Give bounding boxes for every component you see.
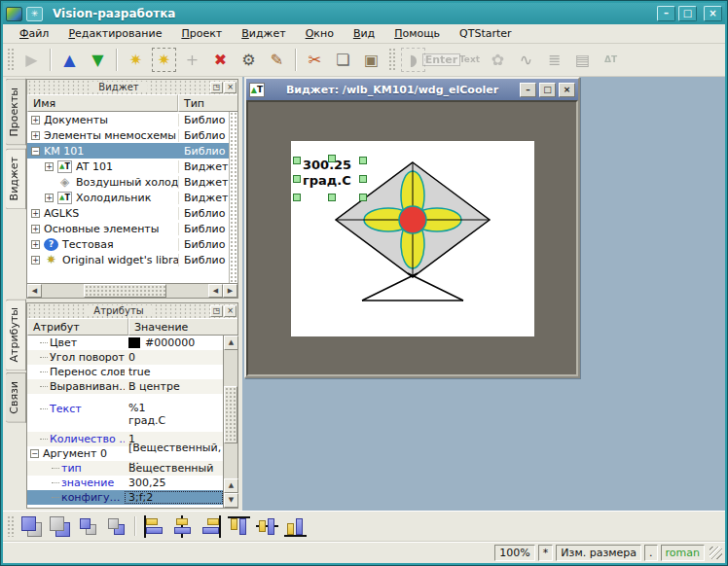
titlebar[interactable]: ✳ Vision-разработка – □ × [3,3,725,24]
paste-button[interactable]: ▣ [358,47,384,73]
attribute-value[interactable]: 3;f;2 [125,491,223,504]
column-type[interactable]: Тип [178,94,237,112]
menu-window[interactable]: Окно [297,25,343,42]
menu-project[interactable]: Проект [172,25,231,42]
attribute-value[interactable]: #000000 [125,336,223,349]
tab-widget[interactable]: Виджет [6,148,26,209]
attribute-row[interactable]: конфигу…3;f;2 [27,490,223,505]
attribute-value[interactable]: true [125,366,223,378]
widget-editor-titlebar[interactable]: ▲T Виджет: /wlb_KM101/wdg_elCooler – □ × [246,79,578,100]
delete-widget-button[interactable]: ✖ [207,47,234,73]
scroll-up-icon[interactable]: ▲ [224,336,238,350]
lower-to-bottom-button[interactable] [47,513,73,540]
column-value[interactable]: Значение [128,318,237,336]
lower-button[interactable] [103,513,129,540]
scroll-up-icon[interactable]: ▲ [224,478,238,493]
widget-canvas[interactable]: 300.25 град.C [291,141,534,336]
expand-icon[interactable]: + [31,116,40,124]
close-icon[interactable]: × [224,305,237,317]
menu-help[interactable]: Помощь [385,25,449,42]
scroll-down-icon[interactable]: ▼ [224,493,238,508]
menu-qtstarter[interactable]: QTStarter [451,25,521,42]
copy-button[interactable]: ❏ [330,47,356,73]
close-icon[interactable]: × [224,82,237,93]
align-top-button[interactable] [226,513,252,540]
align-left-button[interactable] [141,513,167,540]
raise-to-top-button[interactable] [18,513,45,540]
expand-icon[interactable]: + [45,162,54,171]
attribute-row[interactable]: Перенос словtrue [27,365,223,379]
align-bottom-button[interactable] [282,513,309,540]
load-from-db-button[interactable]: ▲ [56,47,83,73]
scroll-left-icon[interactable]: ◀ [27,284,42,298]
attribute-value[interactable]: Вещественный [125,462,223,475]
tree-row[interactable]: +Основные элементыБиблио [27,221,229,236]
selection-handle[interactable] [328,155,336,162]
expand-icon[interactable]: + [31,209,40,218]
attribute-value[interactable]: %1 град.C [125,402,223,427]
tree-row[interactable]: +Элементы мнемосхемыБиблио [27,127,229,143]
tree-row[interactable]: +?ТестоваяБиблио [27,236,229,252]
selection-handle[interactable] [328,194,336,201]
attribute-value[interactable]: В центре [125,380,223,393]
attribute-value[interactable]: 300,25 [125,477,223,489]
widget-tree-vscrollbar[interactable] [229,112,237,283]
align-hcenter-button[interactable] [169,513,196,540]
selection-handle[interactable] [359,194,367,201]
tree-row[interactable]: +✷Original widget's libraryБиблио [27,252,229,267]
tab-links[interactable]: Связи [6,372,26,423]
tree-row[interactable]: −KM 101Библио [27,143,229,159]
attribute-row[interactable]: типВещественный [27,461,223,476]
scroll-left-icon[interactable]: ◀ [208,284,223,298]
selection-handle[interactable] [359,157,367,164]
expand-icon[interactable]: + [31,225,40,233]
expand-icon[interactable]: + [45,194,54,202]
align-vcenter-button[interactable] [254,513,280,540]
attribute-row[interactable]: Цвет#000000 [27,336,223,350]
attribute-row[interactable]: Текст%1 град.C [27,402,223,429]
new-library-button[interactable]: ✷ [123,47,149,73]
menu-edit[interactable]: Редактирование [59,25,170,42]
cut-button[interactable]: ✂ [302,47,328,73]
attribute-row[interactable]: значение300,25 [27,476,223,490]
widget-edit-button[interactable]: ✎ [264,47,290,73]
tree-row[interactable]: +▲TХолодильникВиджет [27,190,229,205]
menu-widget[interactable]: Виджет [233,25,294,42]
attribute-row[interactable]: Угол поворота0 [27,350,223,365]
tree-row[interactable]: +◈Воздушный холодил…Виджет [27,174,229,190]
close-button[interactable]: × [704,6,722,21]
attribute-row[interactable]: Выравниван…В центре [27,379,223,394]
collapse-icon[interactable]: − [30,449,39,458]
tab-attributes[interactable]: Атрибуты [6,299,26,371]
hscroll-thumb[interactable] [84,284,167,298]
column-name[interactable]: Имя [27,94,178,112]
new-widget-button[interactable]: ✷ [151,47,177,73]
widget-properties-button[interactable]: ⚙ [236,47,262,73]
attribute-value[interactable]: 0 [125,351,223,364]
column-attribute[interactable]: Атрибут [27,318,128,336]
widget-panel-header[interactable]: Виджет ◳ × [27,80,237,94]
child-minimize-button[interactable]: – [520,83,536,97]
menu-file[interactable]: Файл [11,25,57,42]
raise-button[interactable] [75,513,101,540]
selection-handle[interactable] [293,175,301,183]
tree-row[interactable]: +▲TAT 101Виджет [27,159,229,174]
menu-view[interactable]: Вид [345,25,383,42]
selection-handle[interactable] [293,157,301,164]
toolbar-handle[interactable] [7,515,15,537]
resize-grip[interactable] [710,547,722,559]
window-menu-button[interactable]: ✳ [26,7,43,21]
save-to-db-button[interactable]: ▼ [85,47,111,73]
attributes-panel-header[interactable]: Атрибуты ◳ × [27,303,237,318]
tree-row[interactable]: +ДокументыБиблио [27,112,229,127]
child-maximize-button[interactable]: □ [539,83,556,97]
attributes-vscrollbar[interactable]: ▲ ▲ ▼ [223,336,237,508]
selection-handle[interactable] [359,175,367,183]
float-icon[interactable]: ◳ [210,82,223,93]
maximize-button[interactable]: □ [678,6,697,21]
widget-tree-hscrollbar[interactable]: ◀ ◀ ▶ [27,283,237,298]
float-icon[interactable]: ◳ [210,305,223,317]
attribute-row[interactable]: −Аргумент 0[Вещественный, … [27,446,223,461]
expand-icon[interactable]: + [31,240,40,249]
expand-icon[interactable]: + [31,256,40,265]
